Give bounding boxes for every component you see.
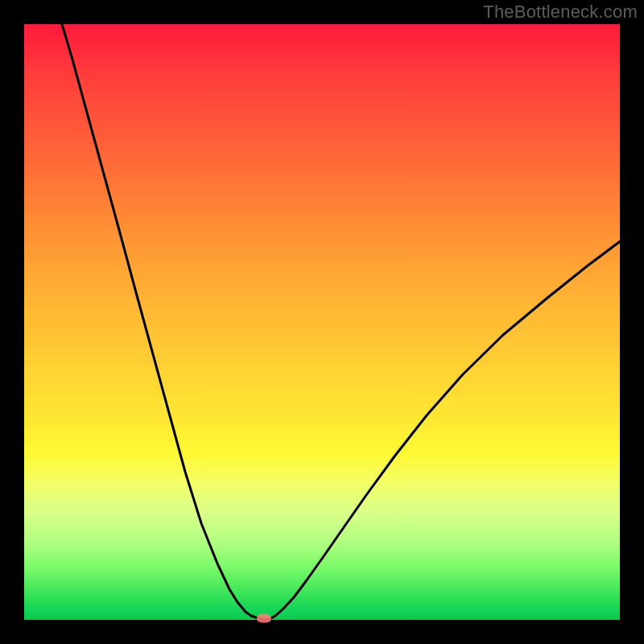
chart-container: TheBottleneck.com [0, 0, 644, 644]
bottleneck-curve [62, 24, 620, 620]
curve-svg [24, 24, 620, 620]
minimum-marker [257, 614, 271, 623]
plot-area [24, 24, 620, 620]
watermark-text: TheBottleneck.com [483, 2, 638, 23]
